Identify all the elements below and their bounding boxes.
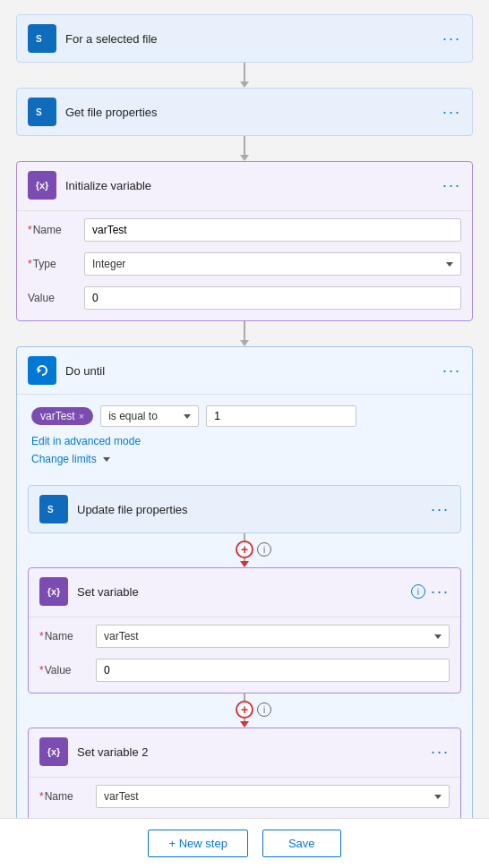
connector-1 (240, 63, 249, 88)
set-var2-name-chevron-icon (434, 795, 442, 799)
init-name-input[interactable] (84, 218, 461, 242)
save-label: Save (288, 837, 315, 850)
add-connector-2: + i (28, 694, 461, 728)
bottom-bar: + New step Save (0, 818, 489, 868)
change-limits-chevron-icon (103, 457, 110, 462)
init-var-header: {x} Initialize variable ··· (17, 162, 472, 208)
save-button[interactable]: Save (262, 830, 341, 857)
condition-row: varTest × is equal to (31, 405, 458, 427)
connector-3 (240, 321, 249, 346)
add-line-top-1 (244, 533, 245, 540)
add-arrow-2 (240, 721, 249, 728)
set-var2-name-select[interactable]: varTest (96, 785, 450, 808)
sharepoint-icon-update: S (39, 495, 68, 523)
operator-chevron-icon (184, 414, 191, 419)
set-var2-header: {x} Set variable 2 ··· (29, 728, 460, 775)
connector-arrow-3 (240, 340, 249, 346)
set-var-name-row: Name varTest (29, 619, 460, 653)
change-limits-label: Change limits (31, 453, 97, 465)
do-until-container: Do until ··· varTest × is equal to Edit … (16, 346, 473, 868)
connector-line-2 (244, 136, 245, 155)
connector-2 (240, 136, 249, 161)
update-file-more[interactable]: ··· (431, 501, 450, 517)
new-step-button[interactable]: + New step (148, 830, 247, 857)
init-type-value: Integer (92, 258, 125, 270)
svg-text:S: S (36, 107, 42, 117)
edit-advanced-link[interactable]: Edit in advanced mode (31, 435, 141, 447)
set-var-name-select[interactable]: varTest (96, 625, 450, 648)
init-name-row: Name (17, 213, 472, 247)
init-type-label: Type (28, 258, 77, 270)
condition-token-remove[interactable]: × (79, 411, 84, 421)
init-type-row: Type Integer (17, 247, 472, 281)
connector-line-3 (244, 321, 245, 340)
step-title-1: For a selected file (65, 32, 442, 46)
do-until-body: varTest × is equal to Edit in advanced m… (17, 395, 472, 476)
step-for-selected-file: S For a selected file ··· (16, 14, 473, 63)
init-name-label: Name (28, 224, 77, 236)
set-var-more[interactable]: ··· (431, 583, 450, 600)
set-variable-card: {x} Set variable i ··· Name varTest Valu… (28, 567, 461, 694)
add-connector-1: + i (28, 533, 461, 567)
add-info-1[interactable]: i (257, 542, 271, 557)
connector-line-1 (244, 63, 245, 81)
set-var2-name-label: Name (39, 790, 89, 803)
inner-update-file-card: S Update file properties ··· (28, 485, 461, 533)
set-var-value-label: Value (39, 664, 89, 677)
step-get-file-properties: S Get file properties ··· (16, 88, 473, 136)
svg-text:S: S (36, 34, 42, 44)
set-var-name-chevron-icon (434, 634, 442, 639)
condition-token-label: varTest (40, 410, 75, 422)
add-btn-2[interactable]: + (236, 701, 253, 719)
init-type-select[interactable]: Integer (84, 252, 461, 276)
set-var-name-value: varTest (104, 630, 139, 642)
step-more-3[interactable]: ··· (442, 177, 461, 193)
condition-value-input[interactable] (206, 405, 356, 427)
variable-icon-init: {x} (28, 171, 56, 200)
change-limits-link[interactable]: Change limits (31, 453, 458, 465)
set-var-title: Set variable (77, 585, 408, 599)
do-until-inner-body: S Update file properties ··· + i (17, 476, 472, 868)
set-var-value-input[interactable] (96, 659, 450, 682)
sharepoint-icon-1: S (28, 24, 56, 53)
add-arrow-1 (240, 561, 249, 567)
set-var2-title: Set variable 2 (77, 745, 431, 759)
step-more-2[interactable]: ··· (442, 104, 461, 120)
connector-arrow-2 (240, 155, 249, 161)
chevron-down-icon (446, 262, 453, 267)
init-value-input[interactable] (84, 286, 461, 310)
set-var-value-row: Value (29, 653, 460, 687)
condition-operator-select[interactable]: is equal to (100, 405, 199, 427)
do-until-title: Do until (65, 364, 442, 378)
step-title-2: Get file properties (65, 106, 442, 119)
sharepoint-icon-2: S (28, 98, 56, 126)
condition-operator-value: is equal to (108, 410, 158, 422)
init-value-label: Value (28, 292, 77, 304)
add-btn-1[interactable]: + (236, 540, 253, 558)
do-until-more[interactable]: ··· (442, 362, 461, 379)
condition-token: varTest × (31, 407, 93, 425)
set-var-info-icon[interactable]: i (411, 584, 425, 599)
do-until-icon (28, 356, 56, 385)
update-file-title: Update file properties (77, 503, 431, 516)
new-step-label: + New step (168, 837, 227, 850)
inner-update-file: S Update file properties ··· (28, 485, 461, 533)
set-var-header: {x} Set variable i ··· (29, 568, 460, 615)
add-btn-row-2: + i (236, 701, 253, 719)
connector-arrow-1 (240, 81, 249, 88)
step-initialize-variable: {x} Initialize variable ··· Name Type In… (16, 161, 473, 321)
variable-icon-set: {x} (39, 577, 68, 606)
variable-icon-set2: {x} (39, 737, 68, 766)
step-more-1[interactable]: ··· (442, 30, 461, 47)
add-btn-row-1: + i (236, 540, 253, 558)
set-var2-name-row: Name varTest (29, 779, 460, 813)
set-var2-more[interactable]: ··· (431, 744, 450, 760)
add-line-top-2 (244, 694, 245, 701)
init-value-row: Value (17, 281, 472, 315)
svg-rect-4 (34, 362, 50, 379)
step-title-3: Initialize variable (65, 179, 442, 192)
do-until-header: Do until ··· (17, 347, 472, 395)
set-var2-name-value: varTest (104, 790, 139, 803)
set-var-name-label: Name (39, 630, 89, 642)
add-info-2[interactable]: i (257, 702, 271, 717)
